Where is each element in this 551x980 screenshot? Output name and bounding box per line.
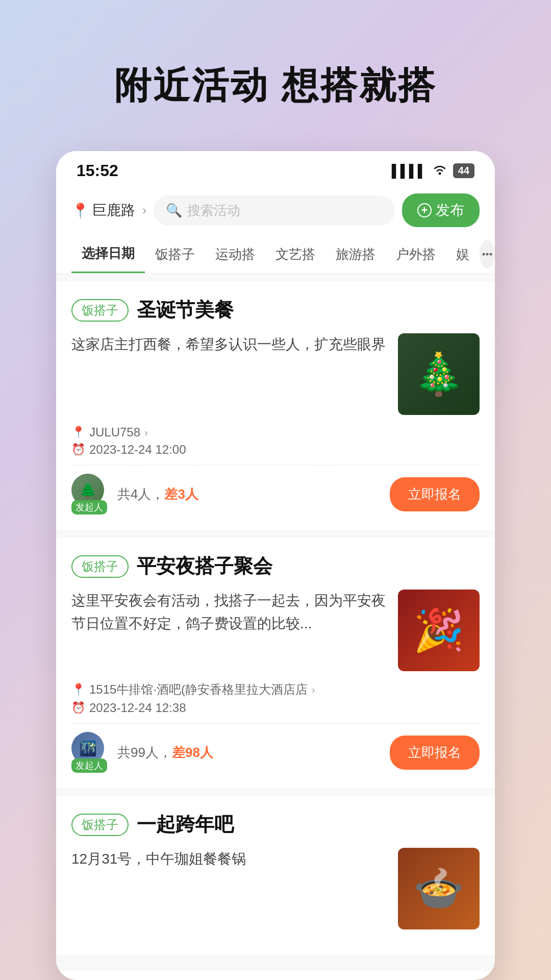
location-meta-icon-2: 📍 [71,683,85,696]
card-2-footer: 🌃 发起人 共99人，差98人 立即报名 [71,732,480,773]
status-icons: ▌▌▌▌ 44 [392,163,474,179]
activity-card-1: 饭搭子 圣诞节美餐 这家店主打西餐，希望多认识一些人，扩充些眼界 🎄 📍 JUL… [56,282,495,530]
plus-circle-icon: + [417,203,432,217]
card-1-title: 圣诞节美餐 [137,297,234,323]
wifi-icon [432,163,448,179]
card-2-location-arrow: › [312,684,315,696]
card-1-footer: 🌲 发起人 共4人，差3人 立即报名 [71,474,480,514]
card-1-register-button[interactable]: 立即报名 [390,477,480,511]
tab-sport-buddy[interactable]: 运动搭 [205,236,265,273]
search-bar: 📍 巨鹿路 › 🔍 搜索活动 + 发布 [56,185,495,235]
cards-container: 饭搭子 圣诞节美餐 这家店主打西餐，希望多认识一些人，扩充些眼界 🎄 📍 JUL… [56,274,495,971]
location-text: 巨鹿路 [92,201,135,220]
card-1-avatar-label: 发起人 [71,500,107,514]
card-1-location-arrow: › [144,427,148,438]
card-1-location-name: JULU758 [89,425,140,439]
card-3-title: 一起跨年吧 [137,812,234,838]
card-2-location: 📍 1515牛排馆·酒吧(静安香格里拉大酒店店 › [71,681,480,698]
time-meta-icon-2: ⏰ [71,701,85,715]
card-1-footer-left: 🌲 发起人 共4人，差3人 [71,474,198,514]
publish-button[interactable]: + 发布 [402,193,480,227]
svg-point-1 [483,253,485,256]
card-2-title: 平安夜搭子聚会 [137,553,272,579]
search-placeholder: 搜索活动 [187,202,240,219]
activity-card-3: 饭搭子 一起跨年吧 12月31号，中午珈姐餐餐锅 🍲 [56,796,495,955]
card-1-body: 这家店主打西餐，希望多认识一些人，扩充些眼界 🎄 [71,333,480,415]
tab-more-icon[interactable] [480,240,495,268]
card-1-image-emoji: 🎄 [413,350,464,398]
card-1-datetime: ⏰ 2023-12-24 12:00 [71,443,480,457]
card-1-divider [71,465,480,465]
status-bar: 15:52 ▌▌▌▌ 44 [56,151,495,185]
svg-point-2 [486,253,489,256]
tab-outdoor-buddy[interactable]: 户外搭 [386,236,446,273]
card-2-avatar-wrap: 🌃 发起人 [71,732,107,773]
publish-label: 发布 [436,201,464,220]
svg-point-3 [490,253,492,256]
card-2-register-button[interactable]: 立即报名 [390,736,480,770]
time-meta-icon-1: ⏰ [71,443,85,456]
hero-title: 附近活动 想搭就搭 [114,61,437,110]
card-2-desc: 这里平安夜会有活动，找搭子一起去，因为平安夜节日位置不好定，鸽子费设置的比较..… [71,590,388,671]
card-1-location: 📍 JULU758 › [71,425,480,439]
card-2-divider [71,723,480,724]
activity-card-2: 饭搭子 平安夜搭子聚会 这里平安夜会有活动，找搭子一起去，因为平安夜节日位置不好… [56,538,495,788]
card-1-total: 共4人， [117,486,164,502]
tab-entertainment-buddy[interactable]: 娱 [446,236,480,273]
card-1-avatar-wrap: 🌲 发起人 [71,474,107,514]
category-tabs: 选择日期 饭搭子 运动搭 文艺搭 旅游搭 户外搭 娱 [56,235,495,274]
signal-icon: ▌▌▌▌ [392,164,427,178]
card-2-body: 这里平安夜会有活动，找搭子一起去，因为平安夜节日位置不好定，鸽子费设置的比较..… [71,590,480,671]
location-meta-icon-1: 📍 [71,426,85,439]
card-1-shortage: 差3人 [164,486,198,502]
card-2-image: 🎉 [398,590,480,671]
card-2-shortage: 差98人 [172,745,213,760]
card-3-image: 🍲 [398,848,480,929]
card-1-header: 饭搭子 圣诞节美餐 [71,297,480,323]
card-1-desc: 这家店主打西餐，希望多认识一些人，扩充些眼界 [71,333,388,415]
card-3-header: 饭搭子 一起跨年吧 [71,812,480,838]
card-1-tag: 饭搭子 [71,299,129,322]
card-2-footer-left: 🌃 发起人 共99人，差98人 [71,732,213,773]
tab-art-buddy[interactable]: 文艺搭 [265,236,325,273]
location-pin-icon: 📍 [71,202,89,219]
battery-icon: 44 [453,163,474,178]
location-arrow-icon: › [142,203,146,217]
card-3-tag: 饭搭子 [71,814,129,836]
card-2-total: 共99人， [117,745,172,760]
card-1-participants: 共4人，差3人 [117,485,198,503]
card-2-image-emoji: 🎉 [413,606,464,654]
card-2-location-name: 1515牛排馆·酒吧(静安香格里拉大酒店店 [89,681,308,698]
tab-travel-buddy[interactable]: 旅游搭 [325,236,386,273]
card-1-time: 2023-12-24 12:00 [89,443,186,457]
card-2-avatar-label: 发起人 [71,758,107,773]
card-2-participants: 共99人，差98人 [117,744,213,762]
card-2-header: 饭搭子 平安夜搭子聚会 [71,553,480,579]
tab-choose-date[interactable]: 选择日期 [71,235,145,273]
tab-meal-buddy[interactable]: 饭搭子 [145,236,205,273]
status-time: 15:52 [77,161,118,180]
svg-point-0 [438,172,441,175]
card-1-meta: 📍 JULU758 › ⏰ 2023-12-24 12:00 [71,425,480,457]
phone-frame: 15:52 ▌▌▌▌ 44 📍 巨鹿路 › 🔍 搜索活动 + [56,151,495,980]
card-2-datetime: ⏰ 2023-12-24 12:38 [71,701,480,715]
card-2-tag: 饭搭子 [71,555,129,578]
card-2-time: 2023-12-24 12:38 [89,701,186,715]
card-2-meta: 📍 1515牛排馆·酒吧(静安香格里拉大酒店店 › ⏰ 2023-12-24 1… [71,681,480,715]
location-btn[interactable]: 📍 巨鹿路 [71,201,135,220]
card-1-image: 🎄 [398,333,480,415]
card-3-desc: 12月31号，中午珈姐餐餐锅 [71,848,388,929]
card-3-image-emoji: 🍲 [413,865,464,913]
search-input[interactable]: 🔍 搜索活动 [154,195,395,226]
card-3-body: 12月31号，中午珈姐餐餐锅 🍲 [71,848,480,929]
search-icon: 🔍 [166,203,182,218]
